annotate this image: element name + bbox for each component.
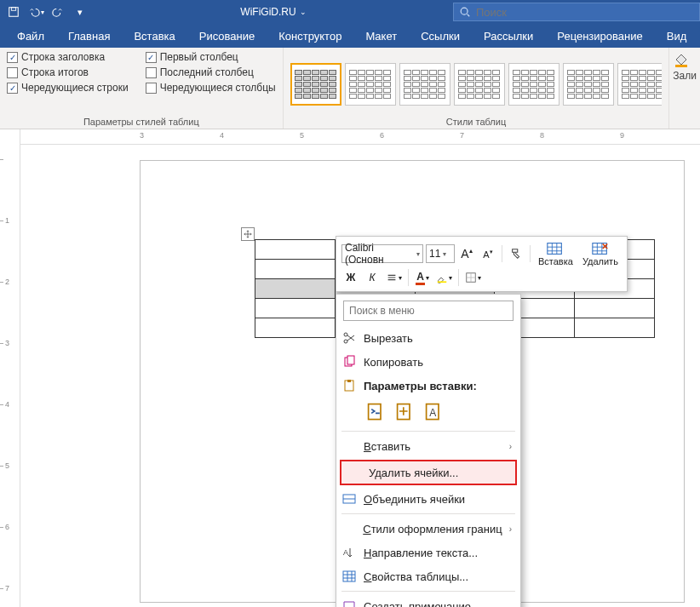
font-color-button[interactable]: A▾ [413, 268, 432, 287]
tab-review[interactable]: Рецензирование [545, 24, 654, 48]
svg-rect-4 [548, 243, 562, 255]
svg-point-9 [344, 333, 347, 336]
svg-text:A: A [429, 407, 436, 419]
save-icon[interactable] [5, 3, 22, 20]
search-box[interactable] [453, 3, 700, 21]
increase-font-icon[interactable]: A▴ [457, 244, 476, 263]
table-properties-icon [341, 569, 357, 584]
ctx-paste-options: Параметры вставки: [336, 374, 520, 398]
svg-text:A: A [343, 548, 348, 557]
shading-button[interactable]: Зали [669, 48, 700, 129]
format-painter-icon[interactable] [507, 244, 525, 263]
ctx-merge-cells[interactable]: Объединить ячейки [336, 487, 520, 511]
chevron-right-icon: › [509, 442, 512, 451]
undo-icon[interactable]: ▾ [27, 3, 44, 20]
ctx-table-properties[interactable]: Свойства таблицы... [336, 564, 520, 588]
ctx-cut[interactable]: Вырезать [336, 326, 520, 350]
group-label-table-styles: Стили таблиц [290, 115, 663, 127]
svg-rect-20 [343, 571, 355, 581]
paste-keep-source-icon[interactable] [365, 401, 386, 421]
bold-button[interactable]: Ж [341, 268, 360, 287]
tab-design[interactable]: Конструктор [267, 24, 353, 48]
svg-rect-5 [593, 243, 607, 255]
bucket-icon [673, 51, 690, 68]
tab-draw[interactable]: Рисование [187, 24, 267, 48]
insert-button[interactable]: Вставка [535, 241, 577, 266]
ctx-new-comment[interactable]: Создать примечание [336, 594, 520, 607]
font-size-combo[interactable]: 11▾ [426, 244, 455, 263]
svg-rect-11 [347, 356, 354, 364]
paste-merge-icon[interactable] [394, 401, 415, 421]
decrease-font-icon[interactable]: A▾ [479, 244, 497, 263]
chk-last-col[interactable]: Последний столбец [146, 66, 276, 78]
table-style-5[interactable] [508, 63, 559, 106]
group-label-table-style-options: Параметры стилей таблиц [7, 115, 276, 127]
table-style-6[interactable] [563, 63, 614, 106]
ctx-copy[interactable]: Копировать [336, 350, 520, 374]
context-menu: Вырезать Копировать Параметры вставки: A… [336, 294, 521, 607]
text-direction-icon: A [341, 545, 357, 560]
mini-toolbar: Calibri (Основн▾ 11▾ A▴ A▾ Вставка Удали… [336, 236, 628, 292]
tab-mailings[interactable]: Рассылки [472, 24, 545, 48]
redo-icon[interactable] [49, 3, 66, 20]
chk-banded-rows[interactable]: ✓Чередующиеся строки [7, 82, 129, 94]
borders-button[interactable]: ▾ [463, 268, 483, 287]
ctx-insert[interactable]: ВВставитьставить › [336, 434, 520, 458]
scissors-icon [341, 330, 357, 346]
menu-search-input[interactable] [343, 301, 514, 321]
paste-text-only-icon[interactable]: A [423, 401, 444, 421]
table-move-handle[interactable] [241, 227, 255, 241]
search-input[interactable] [476, 6, 694, 19]
chevron-right-icon: › [509, 524, 512, 534]
horizontal-ruler: 3456789 [20, 129, 700, 145]
tab-layout[interactable]: Макет [353, 24, 409, 48]
comment-icon [341, 598, 357, 607]
svg-rect-0 [9, 8, 19, 17]
tab-file[interactable]: Файл [5, 24, 56, 48]
delete-button[interactable]: Удалить [579, 241, 622, 266]
highlight-button[interactable]: ▾ [434, 268, 454, 287]
document-title: WiFiGiD.RU [240, 6, 295, 18]
table-style-4[interactable] [454, 63, 505, 106]
underline-button[interactable]: ▾ [384, 268, 404, 287]
ctx-text-direction[interactable]: A Направление текста... [336, 541, 520, 564]
chk-banded-cols[interactable]: Чередующиеся столбцы [146, 82, 276, 94]
table-style-2[interactable] [345, 63, 396, 106]
svg-point-2 [461, 8, 468, 14]
italic-button[interactable]: К [363, 268, 382, 287]
svg-rect-6 [438, 281, 447, 283]
font-combo[interactable]: Calibri (Основн▾ [341, 244, 423, 263]
title-dropdown-icon[interactable]: ⌄ [300, 8, 307, 16]
tab-references[interactable]: Ссылки [409, 24, 472, 48]
chk-header-row[interactable]: ✓Строка заголовка [7, 51, 129, 63]
chk-first-col[interactable]: ✓Первый столбец [146, 51, 276, 63]
copy-icon [341, 354, 357, 369]
ctx-border-styles[interactable]: Стили оформления границ › [336, 517, 520, 541]
clipboard-icon [341, 378, 357, 393]
customize-qat-icon[interactable]: ▾ [72, 3, 89, 20]
tab-insert[interactable]: Вставка [122, 24, 186, 48]
svg-rect-13 [347, 380, 351, 382]
table-style-1[interactable] [290, 63, 341, 106]
chk-total-row[interactable]: Строка итогов [7, 66, 129, 78]
tab-home[interactable]: Главная [56, 24, 122, 48]
svg-point-8 [344, 340, 347, 343]
search-icon [459, 6, 471, 18]
svg-rect-3 [675, 65, 687, 67]
vertical-ruler: 1234567 [0, 129, 20, 607]
merge-cells-icon [341, 491, 357, 507]
table-style-gallery[interactable]: ▴▾▾ [290, 51, 663, 115]
table-style-7[interactable] [617, 63, 663, 106]
table-style-3[interactable] [399, 63, 450, 106]
tab-view[interactable]: Вид [655, 24, 699, 48]
ctx-delete-cells[interactable]: Удалить ячейки... [340, 460, 517, 485]
